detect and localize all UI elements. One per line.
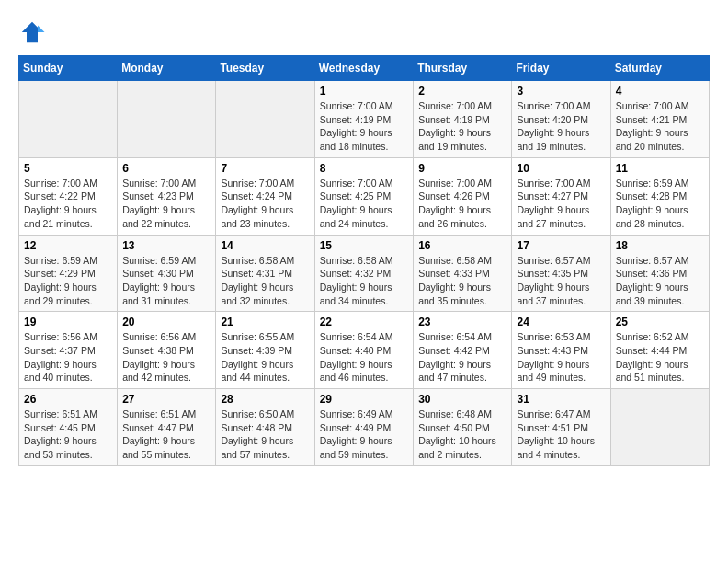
calendar-cell: 27Sunrise: 6:51 AMSunset: 4:47 PMDayligh… bbox=[118, 389, 216, 466]
calendar-cell: 13Sunrise: 6:59 AMSunset: 4:30 PMDayligh… bbox=[118, 235, 216, 312]
day-number: 17 bbox=[517, 239, 605, 252]
calendar-cell: 25Sunrise: 6:52 AMSunset: 4:44 PMDayligh… bbox=[610, 312, 709, 389]
day-number: 22 bbox=[320, 316, 409, 328]
day-number: 16 bbox=[418, 239, 506, 252]
calendar-cell: 1Sunrise: 7:00 AMSunset: 4:19 PMDaylight… bbox=[314, 81, 414, 158]
calendar-cell: 10Sunrise: 7:00 AMSunset: 4:27 PMDayligh… bbox=[512, 157, 610, 235]
svg-marker-1 bbox=[38, 26, 45, 33]
day-info: Sunrise: 7:00 AMSunset: 4:27 PMDaylight:… bbox=[517, 177, 605, 231]
day-number: 13 bbox=[122, 239, 210, 252]
day-info: Sunrise: 7:00 AMSunset: 4:20 PMDaylight:… bbox=[517, 99, 605, 154]
day-info: Sunrise: 6:53 AMSunset: 4:43 PMDaylight:… bbox=[517, 330, 605, 385]
day-info: Sunrise: 6:51 AMSunset: 4:47 PMDaylight:… bbox=[122, 408, 210, 462]
calendar-cell: 17Sunrise: 6:57 AMSunset: 4:35 PMDayligh… bbox=[512, 235, 610, 312]
calendar-cell: 7Sunrise: 7:00 AMSunset: 4:24 PMDaylight… bbox=[216, 157, 314, 235]
day-info: Sunrise: 6:52 AMSunset: 4:44 PMDaylight:… bbox=[616, 330, 704, 385]
day-number: 10 bbox=[517, 162, 605, 175]
day-number: 24 bbox=[517, 316, 605, 328]
calendar-cell: 24Sunrise: 6:53 AMSunset: 4:43 PMDayligh… bbox=[512, 312, 610, 389]
week-row-2: 5Sunrise: 7:00 AMSunset: 4:22 PMDaylight… bbox=[19, 157, 710, 235]
day-info: Sunrise: 6:58 AMSunset: 4:31 PMDaylight:… bbox=[221, 254, 309, 308]
calendar-table: SundayMondayTuesdayWednesdayThursdayFrid… bbox=[18, 55, 710, 466]
weekday-header-tuesday: Tuesday bbox=[216, 56, 314, 81]
calendar-cell: 11Sunrise: 6:59 AMSunset: 4:28 PMDayligh… bbox=[610, 157, 709, 235]
weekday-header-thursday: Thursday bbox=[414, 56, 512, 81]
calendar-cell: 26Sunrise: 6:51 AMSunset: 4:45 PMDayligh… bbox=[19, 389, 118, 466]
calendar-cell: 12Sunrise: 6:59 AMSunset: 4:29 PMDayligh… bbox=[19, 235, 118, 312]
day-info: Sunrise: 7:00 AMSunset: 4:26 PMDaylight:… bbox=[418, 177, 506, 231]
week-row-1: 1Sunrise: 7:00 AMSunset: 4:19 PMDaylight… bbox=[19, 81, 710, 158]
day-info: Sunrise: 6:55 AMSunset: 4:39 PMDaylight:… bbox=[221, 330, 309, 385]
calendar-cell: 21Sunrise: 6:55 AMSunset: 4:39 PMDayligh… bbox=[216, 312, 314, 389]
week-row-3: 12Sunrise: 6:59 AMSunset: 4:29 PMDayligh… bbox=[19, 235, 710, 312]
calendar-cell: 3Sunrise: 7:00 AMSunset: 4:20 PMDaylight… bbox=[512, 81, 610, 158]
day-number: 30 bbox=[418, 393, 506, 406]
day-number: 27 bbox=[122, 393, 210, 406]
day-number: 29 bbox=[320, 393, 409, 406]
week-row-5: 26Sunrise: 6:51 AMSunset: 4:45 PMDayligh… bbox=[19, 389, 710, 466]
day-info: Sunrise: 7:00 AMSunset: 4:22 PMDaylight:… bbox=[24, 177, 112, 231]
day-info: Sunrise: 6:54 AMSunset: 4:40 PMDaylight:… bbox=[320, 330, 409, 385]
day-number: 18 bbox=[616, 239, 704, 252]
page-header bbox=[18, 18, 710, 46]
day-number: 3 bbox=[517, 85, 605, 98]
day-info: Sunrise: 6:56 AMSunset: 4:38 PMDaylight:… bbox=[122, 330, 210, 385]
calendar-cell: 30Sunrise: 6:48 AMSunset: 4:50 PMDayligh… bbox=[414, 389, 512, 466]
day-number: 8 bbox=[320, 162, 409, 175]
day-info: Sunrise: 7:00 AMSunset: 4:25 PMDaylight:… bbox=[320, 177, 409, 231]
logo-icon bbox=[18, 18, 46, 46]
calendar-cell bbox=[216, 81, 314, 158]
day-number: 9 bbox=[418, 162, 506, 175]
day-number: 7 bbox=[221, 162, 309, 175]
calendar-cell: 6Sunrise: 7:00 AMSunset: 4:23 PMDaylight… bbox=[118, 157, 216, 235]
weekday-header-saturday: Saturday bbox=[610, 56, 709, 81]
day-info: Sunrise: 7:00 AMSunset: 4:19 PMDaylight:… bbox=[418, 99, 506, 154]
day-number: 2 bbox=[418, 85, 506, 98]
calendar-cell: 4Sunrise: 7:00 AMSunset: 4:21 PMDaylight… bbox=[610, 81, 709, 158]
day-number: 12 bbox=[24, 239, 112, 252]
calendar-cell: 22Sunrise: 6:54 AMSunset: 4:40 PMDayligh… bbox=[314, 312, 414, 389]
calendar-cell: 15Sunrise: 6:58 AMSunset: 4:32 PMDayligh… bbox=[314, 235, 414, 312]
calendar-cell: 9Sunrise: 7:00 AMSunset: 4:26 PMDaylight… bbox=[414, 157, 512, 235]
calendar-cell: 16Sunrise: 6:58 AMSunset: 4:33 PMDayligh… bbox=[414, 235, 512, 312]
calendar-cell: 5Sunrise: 7:00 AMSunset: 4:22 PMDaylight… bbox=[19, 157, 118, 235]
day-info: Sunrise: 6:48 AMSunset: 4:50 PMDaylight:… bbox=[418, 408, 506, 462]
day-info: Sunrise: 6:47 AMSunset: 4:51 PMDaylight:… bbox=[517, 408, 605, 462]
weekday-header-friday: Friday bbox=[512, 56, 610, 81]
day-info: Sunrise: 7:00 AMSunset: 4:24 PMDaylight:… bbox=[221, 177, 309, 231]
weekday-header-wednesday: Wednesday bbox=[314, 56, 414, 81]
day-number: 14 bbox=[221, 239, 309, 252]
day-info: Sunrise: 6:58 AMSunset: 4:33 PMDaylight:… bbox=[418, 254, 506, 308]
day-info: Sunrise: 7:00 AMSunset: 4:23 PMDaylight:… bbox=[122, 177, 210, 231]
calendar-cell: 14Sunrise: 6:58 AMSunset: 4:31 PMDayligh… bbox=[216, 235, 314, 312]
day-number: 25 bbox=[616, 316, 704, 328]
day-info: Sunrise: 6:59 AMSunset: 4:30 PMDaylight:… bbox=[122, 254, 210, 308]
day-info: Sunrise: 6:51 AMSunset: 4:45 PMDaylight:… bbox=[24, 408, 112, 462]
calendar-cell bbox=[19, 81, 118, 158]
calendar-cell: 29Sunrise: 6:49 AMSunset: 4:49 PMDayligh… bbox=[314, 389, 414, 466]
logo bbox=[18, 18, 50, 46]
day-info: Sunrise: 6:54 AMSunset: 4:42 PMDaylight:… bbox=[418, 330, 506, 385]
day-number: 26 bbox=[24, 393, 112, 406]
calendar-cell: 19Sunrise: 6:56 AMSunset: 4:37 PMDayligh… bbox=[19, 312, 118, 389]
calendar-cell: 8Sunrise: 7:00 AMSunset: 4:25 PMDaylight… bbox=[314, 157, 414, 235]
day-number: 5 bbox=[24, 162, 112, 175]
day-info: Sunrise: 6:59 AMSunset: 4:28 PMDaylight:… bbox=[616, 177, 704, 231]
day-info: Sunrise: 6:49 AMSunset: 4:49 PMDaylight:… bbox=[320, 408, 409, 462]
day-info: Sunrise: 6:57 AMSunset: 4:35 PMDaylight:… bbox=[517, 254, 605, 308]
weekday-header-row: SundayMondayTuesdayWednesdayThursdayFrid… bbox=[19, 56, 710, 81]
day-number: 15 bbox=[320, 239, 409, 252]
calendar-cell bbox=[610, 389, 709, 466]
day-number: 28 bbox=[221, 393, 309, 406]
weekday-header-monday: Monday bbox=[118, 56, 216, 81]
calendar-cell: 28Sunrise: 6:50 AMSunset: 4:48 PMDayligh… bbox=[216, 389, 314, 466]
day-info: Sunrise: 6:56 AMSunset: 4:37 PMDaylight:… bbox=[24, 330, 112, 385]
calendar-cell: 18Sunrise: 6:57 AMSunset: 4:36 PMDayligh… bbox=[610, 235, 709, 312]
day-number: 31 bbox=[517, 393, 605, 406]
day-number: 23 bbox=[418, 316, 506, 328]
day-info: Sunrise: 6:57 AMSunset: 4:36 PMDaylight:… bbox=[616, 254, 704, 308]
day-number: 21 bbox=[221, 316, 309, 328]
calendar-cell bbox=[118, 81, 216, 158]
calendar-cell: 20Sunrise: 6:56 AMSunset: 4:38 PMDayligh… bbox=[118, 312, 216, 389]
day-number: 6 bbox=[122, 162, 210, 175]
